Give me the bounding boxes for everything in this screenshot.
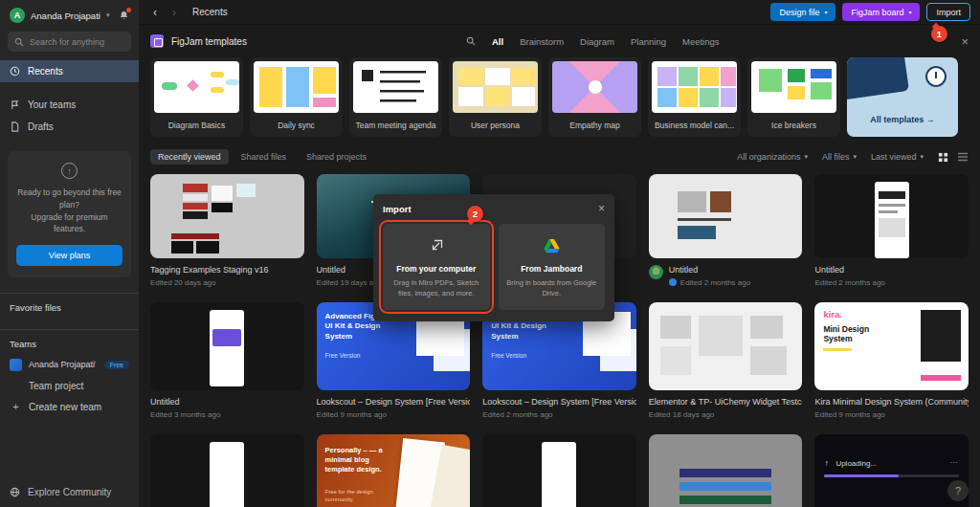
tab-shared-files[interactable]: Shared files — [234, 149, 295, 165]
organizations-dropdown[interactable]: All organizations ▾ — [737, 152, 808, 162]
upload-progress-bar — [824, 474, 959, 477]
import-from-jamboard-option[interactable]: From Jamboard Bring in boards from Googl… — [499, 224, 606, 310]
close-icon[interactable]: × — [961, 35, 969, 48]
tab-planning[interactable]: Planning — [631, 36, 666, 47]
close-icon[interactable]: × — [598, 203, 605, 214]
notifications-bell-icon[interactable] — [119, 10, 129, 21]
template-ice-breakers[interactable]: Ice breakers — [747, 57, 840, 137]
globe-icon — [10, 487, 20, 497]
topbar: ‹ › Recents Design file ▾ FigJam board ▾… — [139, 0, 980, 25]
tab-all[interactable]: All — [492, 36, 503, 47]
google-drive-icon — [506, 235, 598, 256]
grid-view-icon[interactable] — [938, 152, 948, 163]
file-card[interactable]: kira. Mini Design System Kira Minimal De… — [814, 302, 969, 419]
project-name: Team project — [29, 381, 83, 391]
arrow-up-circle-icon: ↑ — [61, 163, 78, 179]
sidebar-item-team[interactable]: Ananda Projapati's team Free — [0, 354, 139, 375]
search-bar[interactable] — [8, 32, 131, 52]
thumbnail-logo-text: kira. — [823, 309, 842, 320]
template-label: Empathy map — [548, 113, 641, 137]
template-user-persona[interactable]: User persona — [449, 57, 542, 137]
annotation-step-2: 2 — [467, 206, 483, 222]
sidebar-item-label: Recents — [28, 66, 63, 77]
sidebar-item-your-teams[interactable]: Your teams — [0, 94, 139, 116]
templates-banner-title: FigJam templates — [171, 36, 247, 47]
all-templates-card[interactable]: All templates → — [847, 57, 958, 137]
uploading-status-text: Uploading... — [835, 459, 877, 468]
design-file-label: Design file — [779, 8, 819, 17]
file-name: Untitled — [150, 397, 220, 408]
template-empathy-map[interactable]: Empathy map — [548, 57, 641, 137]
thumbnail-subtitle-text: Free Version — [325, 352, 361, 359]
upgrade-panel: ↑ Ready to go beyond this free plan? Upg… — [8, 151, 131, 277]
template-business-model-canvas[interactable]: Business model can... — [648, 57, 741, 137]
back-arrow-button[interactable]: ‹ — [148, 6, 162, 19]
file-card[interactable] — [649, 434, 803, 507]
team-avatar — [10, 359, 22, 371]
tab-brainstorm[interactable]: Brainstorm — [520, 36, 564, 47]
file-card[interactable]: Untitled Edited 2 months ago — [814, 174, 969, 287]
tab-meetings[interactable]: Meetings — [682, 36, 720, 47]
template-team-meeting-agenda[interactable]: Team meeting agenda — [349, 57, 442, 137]
template-label: Business model can... — [648, 113, 741, 137]
import-option-description: Drag in Miro PDFs, Sketch files, images,… — [390, 278, 482, 299]
search-icon[interactable] — [466, 36, 476, 46]
tab-recently-viewed[interactable]: Recently viewed — [150, 149, 229, 165]
file-card[interactable]: Elementor & TP- UiChemy Widget Testcase … — [649, 302, 803, 419]
file-card[interactable] — [150, 434, 304, 507]
teams-header: Teams — [0, 330, 139, 354]
user-name: Ananda Projapati — [31, 11, 100, 21]
import-option-description: Bring in boards from Google Drive. — [506, 278, 598, 299]
sidebar-item-recents[interactable]: Recents — [0, 60, 139, 82]
sidebar-item-label: Your teams — [28, 99, 76, 110]
file-meta: Edited 19 days ago — [317, 278, 383, 287]
collaborator-avatar — [649, 265, 663, 279]
import-button[interactable]: Import — [926, 3, 970, 21]
sidebar-item-team-project[interactable]: Team project — [0, 375, 139, 396]
help-button[interactable]: ? — [947, 480, 969, 501]
template-thumbnail — [552, 61, 637, 113]
file-card[interactable]: Untitled Edited 3 months ago — [150, 302, 304, 419]
template-label: User persona — [449, 113, 542, 137]
file-card[interactable]: Untitled Edited 2 months ago — [649, 174, 803, 287]
app-window: A Ananda Projapati ▾ Recents Your teams — [0, 0, 980, 507]
thumbnail-title-text: Mini Design System — [823, 325, 879, 344]
file-card[interactable]: Tagging Examples Staging v16 Edited 20 d… — [150, 174, 304, 287]
sidebar-item-drafts[interactable]: Drafts — [0, 116, 139, 138]
file-card[interactable] — [482, 434, 636, 507]
design-file-button[interactable]: Design file ▾ — [770, 3, 835, 21]
overflow-menu-icon[interactable]: … — [949, 455, 959, 465]
filter-dropdowns: All organizations ▾ All files ▾ Last vie… — [737, 152, 969, 163]
account-menu[interactable]: A Ananda Projapati ▾ — [0, 0, 139, 29]
template-diagram-basics[interactable]: Diagram Basics — [150, 57, 243, 137]
file-meta-text: Edited 2 months ago — [680, 278, 750, 287]
team-name: Ananda Projapati's team — [29, 360, 96, 370]
tab-shared-projects[interactable]: Shared projects — [299, 149, 374, 165]
list-view-icon[interactable] — [957, 152, 969, 162]
chevron-down-icon: ▾ — [920, 153, 924, 161]
tab-diagram[interactable]: Diagram — [580, 36, 614, 47]
thumbnail-subtitle-text: Free Version — [491, 352, 526, 359]
file-name: Untitled — [669, 265, 750, 276]
file-card[interactable]: ↑ Uploading... … — [814, 434, 969, 507]
file-card[interactable]: Personally – — a minimal blog template d… — [317, 434, 471, 507]
import-modal-title: Import — [383, 204, 412, 214]
import-from-computer-option[interactable]: From your computer Drag in Miro PDFs, Sk… — [383, 224, 490, 310]
files-dropdown[interactable]: All files ▾ — [822, 152, 857, 162]
template-tiles: Diagram Basics Daily sync Team meeting a… — [150, 57, 969, 137]
view-plans-button[interactable]: View plans — [16, 245, 122, 266]
file-name: Untitled — [317, 265, 383, 276]
create-new-team-button[interactable]: + Create new team — [0, 396, 139, 417]
import-file-icon — [390, 235, 482, 256]
explore-community-button[interactable]: Explore Community — [0, 477, 139, 507]
file-thumbnail — [482, 434, 636, 507]
file-meta: Edited 2 months ago — [814, 278, 884, 287]
figjam-board-button[interactable]: FigJam board ▾ — [842, 3, 920, 21]
files-grid-row3: Personally – — a minimal blog template d… — [139, 419, 980, 507]
forward-arrow-button[interactable]: › — [167, 6, 181, 19]
template-daily-sync[interactable]: Daily sync — [250, 57, 343, 137]
import-option-title: From Jamboard — [506, 264, 598, 274]
explore-community-label: Explore Community — [28, 487, 111, 497]
sort-dropdown[interactable]: Last viewed ▾ — [871, 152, 924, 162]
search-input[interactable] — [30, 37, 124, 47]
